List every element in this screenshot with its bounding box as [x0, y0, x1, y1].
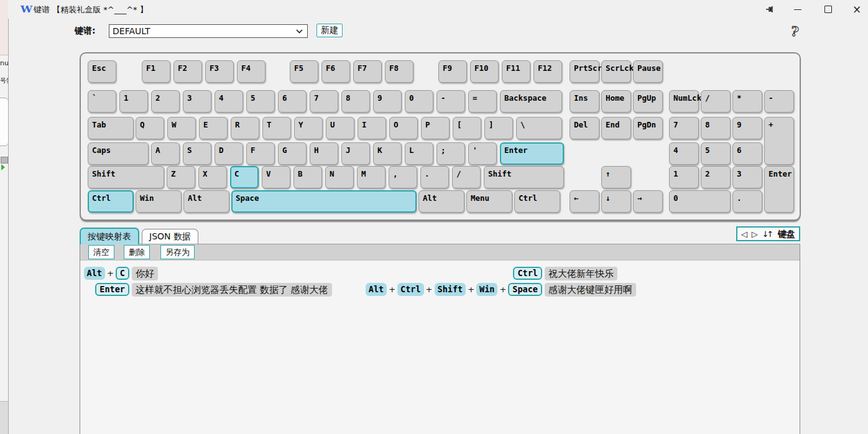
key-i[interactable]: I: [358, 117, 386, 139]
key-j[interactable]: J: [341, 142, 370, 165]
key-6[interactable]: 6: [278, 90, 307, 113]
key-0[interactable]: 0: [669, 190, 731, 213]
key-pgdn[interactable]: PgDn: [633, 117, 663, 139]
key-←[interactable]: ←: [570, 190, 599, 213]
key-2[interactable]: 2: [701, 166, 731, 188]
key-[[interactable]: [: [453, 117, 481, 139]
key-u[interactable]: U: [326, 117, 354, 139]
key-f3[interactable]: F3: [205, 60, 234, 83]
key-][interactable]: ]: [484, 117, 513, 139]
key-4[interactable]: 4: [669, 142, 699, 165]
key-t[interactable]: T: [262, 117, 291, 139]
clear-button[interactable]: 清空: [88, 245, 114, 259]
mapping-key-chip[interactable]: Win: [476, 283, 497, 296]
key-9[interactable]: 9: [732, 117, 762, 139]
key-pause[interactable]: Pause: [633, 60, 663, 83]
key-f11[interactable]: F11: [502, 60, 530, 83]
key-q[interactable]: Q: [136, 117, 164, 139]
key-y[interactable]: Y: [294, 117, 323, 139]
key-7[interactable]: 7: [310, 90, 338, 113]
mapping-key-chip[interactable]: Space: [508, 283, 542, 296]
key-\[interactable]: \: [516, 117, 562, 139]
key-z[interactable]: Z: [167, 166, 195, 188]
prev-layout-button[interactable]: ◁: [741, 230, 747, 238]
profile-select[interactable]: DEFAULT: [109, 24, 308, 38]
key-f9[interactable]: F9: [438, 60, 467, 83]
key-3[interactable]: 3: [732, 166, 762, 188]
key-,[interactable]: ,: [389, 166, 417, 188]
key-p[interactable]: P: [421, 117, 450, 139]
key-l[interactable]: L: [405, 142, 433, 165]
key-f7[interactable]: F7: [353, 60, 382, 83]
key-d[interactable]: D: [215, 142, 243, 165]
key-=[interactable]: =: [468, 90, 497, 113]
key-.[interactable]: .: [420, 166, 449, 188]
key-f12[interactable]: F12: [533, 60, 562, 83]
mapping-key-chip[interactable]: Alt: [84, 267, 105, 280]
background-window-edge[interactable]: nul 号签: [0, 0, 8, 434]
toggle-sort-button[interactable]: ↓↑: [762, 230, 773, 238]
key-tab[interactable]: Tab: [88, 117, 134, 139]
mapping-key-chip[interactable]: Ctrl: [513, 267, 542, 280]
mapping-key-chip[interactable]: Enter: [95, 283, 129, 296]
key-→[interactable]: →: [633, 190, 663, 213]
minimize-button[interactable]: [787, 0, 808, 19]
key-space[interactable]: Space: [231, 190, 417, 213]
key-g[interactable]: G: [278, 142, 307, 165]
key-w[interactable]: W: [167, 117, 196, 139]
key-m[interactable]: M: [357, 166, 386, 188]
key-8[interactable]: 8: [341, 90, 370, 113]
key-a[interactable]: A: [151, 142, 180, 165]
key-0[interactable]: 0: [405, 90, 433, 113]
key-*[interactable]: *: [732, 90, 762, 113]
key-k[interactable]: K: [373, 142, 402, 165]
delete-button[interactable]: 删除: [124, 245, 150, 259]
key-f1[interactable]: F1: [142, 60, 170, 83]
key-↓[interactable]: ↓: [601, 190, 631, 213]
mapping-key-chip[interactable]: Shift: [435, 283, 466, 296]
key-pgup[interactable]: PgUp: [633, 90, 663, 113]
key-5[interactable]: 5: [246, 90, 275, 113]
key-2[interactable]: 2: [151, 90, 180, 113]
key-home[interactable]: Home: [601, 90, 631, 113]
key-5[interactable]: 5: [701, 142, 731, 165]
key-7[interactable]: 7: [669, 117, 699, 139]
key-end[interactable]: End: [601, 117, 631, 139]
key-prtscr[interactable]: PrtScr: [570, 60, 599, 83]
key-menu[interactable]: Menu: [466, 190, 512, 213]
key-caps[interactable]: Caps: [88, 142, 149, 165]
key-'[interactable]: ': [468, 142, 497, 165]
key-f5[interactable]: F5: [290, 60, 318, 83]
key-8[interactable]: 8: [701, 117, 731, 139]
key-3[interactable]: 3: [183, 90, 211, 113]
mapping-key-chip[interactable]: Ctrl: [397, 283, 424, 296]
key-backspace[interactable]: Backspace: [500, 90, 562, 113]
key-ctrl[interactable]: Ctrl: [88, 190, 134, 213]
key-f[interactable]: F: [246, 142, 275, 165]
key-v[interactable]: V: [262, 166, 290, 188]
key-win[interactable]: Win: [136, 190, 182, 213]
key-/[interactable]: /: [452, 166, 481, 188]
key-1[interactable]: 1: [669, 166, 699, 188]
key-`[interactable]: `: [88, 90, 116, 113]
tab-mapping-table[interactable]: 按键映射表: [80, 228, 139, 244]
key--[interactable]: -: [764, 90, 794, 113]
key-/[interactable]: /: [701, 90, 731, 113]
key-9[interactable]: 9: [373, 90, 402, 113]
key--[interactable]: -: [436, 90, 465, 113]
key-enter[interactable]: Enter: [764, 166, 794, 213]
mapping-row[interactable]: Alt+C你好: [86, 266, 332, 280]
tab-json-data[interactable]: JSON 数据: [142, 229, 198, 244]
key-6[interactable]: 6: [732, 142, 762, 165]
mapping-row[interactable]: Enter这样就不担心浏览器丢失配置 数据了 感谢大佬: [86, 282, 332, 297]
key-o[interactable]: O: [389, 117, 418, 139]
key-+[interactable]: +: [764, 117, 794, 165]
key-f10[interactable]: F10: [470, 60, 499, 83]
key-h[interactable]: H: [310, 142, 338, 165]
key-1[interactable]: 1: [119, 90, 148, 113]
key-del[interactable]: Del: [570, 117, 599, 139]
key-scrlck[interactable]: ScrLck: [601, 60, 631, 83]
mapping-key-chip[interactable]: C: [116, 267, 129, 280]
key-↑[interactable]: ↑: [601, 166, 631, 188]
key-f4[interactable]: F4: [237, 60, 265, 83]
